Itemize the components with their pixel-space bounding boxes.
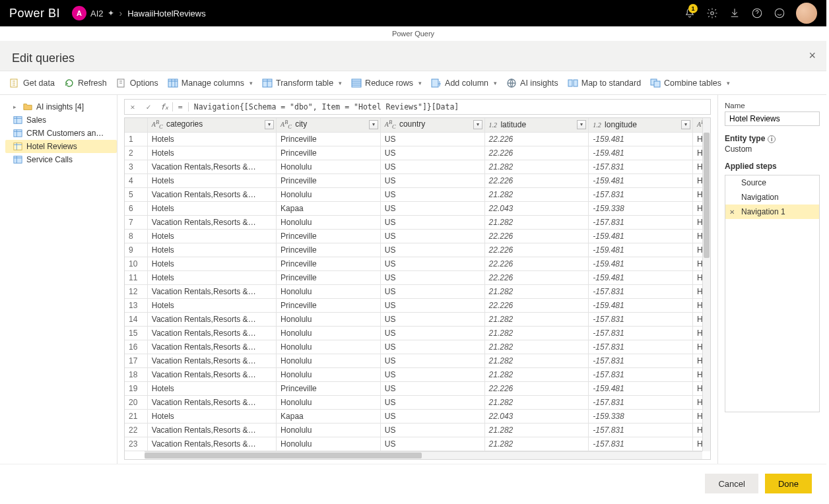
get-data-button[interactable]: Get data [9,78,55,88]
grid-cell[interactable]: Hotels [147,257,276,270]
grid-cell[interactable]: Hotels [147,132,276,146]
grid-cell[interactable]: US [380,381,484,395]
grid-cell[interactable]: 22.226 [484,298,589,312]
grid-cell[interactable]: 22.226 [484,243,589,257]
grid-cell[interactable]: 22.226 [484,146,589,160]
row-number[interactable]: 13 [125,298,147,312]
workspace-badge[interactable]: A [72,6,86,20]
grid-cell[interactable]: Vacation Rentals,Resorts &… [147,284,276,298]
nav-folder-ai-insights[interactable]: AI insights [4] [5,100,117,113]
column-header[interactable]: ABC categories▾ [147,118,276,132]
map-to-standard-button[interactable]: Map to standard [568,78,641,88]
grid-cell[interactable]: Princeville [277,132,381,146]
grid-cell[interactable]: Hotels [147,229,276,243]
grid-cell[interactable]: -157.831 [589,395,693,409]
query-item[interactable]: Sales [5,113,117,127]
grid-cell[interactable]: Hotel 4 [693,423,702,437]
done-button[interactable]: Done [765,474,812,493]
transform-table-button[interactable]: Transform table▾ [262,78,342,88]
applied-step[interactable]: Navigation 1 [725,205,819,219]
grid-cell[interactable]: US [380,187,484,201]
grid-cell[interactable]: Hotels [147,409,276,423]
grid-cell[interactable]: US [380,437,484,451]
grid-cell[interactable]: 21.282 [484,187,589,201]
grid-cell[interactable]: -157.831 [589,367,693,381]
grid-cell[interactable]: Princeville [277,243,381,257]
grid-cell[interactable]: -157.831 [589,340,693,354]
row-number[interactable]: 9 [125,243,147,257]
grid-cell[interactable]: 21.282 [484,312,589,326]
row-number[interactable]: 11 [125,270,147,284]
column-filter-button[interactable]: ▾ [473,120,482,129]
column-header[interactable]: ABC city▾ [277,118,381,132]
horizontal-scroll-thumb[interactable] [145,453,422,458]
row-number[interactable]: 10 [125,257,147,270]
grid-cell[interactable]: US [380,270,484,284]
grid-cell[interactable]: Vacation Rentals,Resorts &… [147,312,276,326]
grid-cell[interactable]: Honolulu [277,312,381,326]
row-number[interactable]: 3 [125,160,147,173]
grid-cell[interactable]: Honolulu [277,340,381,354]
workspace-name[interactable]: AI2 [90,9,104,18]
breadcrumb-dataset[interactable]: HawaiiHotelReviews [127,9,206,18]
feedback-button[interactable] [768,0,791,26]
grid-cell[interactable]: Princeville [277,270,381,284]
grid-cell[interactable]: Hotels [147,270,276,284]
grid-cell[interactable]: US [380,312,484,326]
grid-cell[interactable]: US [380,173,484,187]
grid-cell[interactable]: US [380,298,484,312]
applied-step[interactable]: Navigation [725,190,819,205]
row-number[interactable]: 6 [125,201,147,215]
grid-cell[interactable]: Honolulu [277,423,381,437]
query-item[interactable]: Hotel Reviews [5,140,117,153]
grid-cell[interactable]: -157.831 [589,326,693,340]
grid-cell[interactable]: US [380,409,484,423]
row-number[interactable]: 7 [125,215,147,229]
grid-cell[interactable]: Hotel 4 [693,367,702,381]
grid-cell[interactable]: Kapaa [277,201,381,215]
row-number[interactable]: 21 [125,409,147,423]
grid-cell[interactable]: 21.282 [484,395,589,409]
grid-cell[interactable]: Princeville [277,173,381,187]
row-number[interactable]: 23 [125,437,147,451]
grid-cell[interactable]: US [380,284,484,298]
user-avatar[interactable] [796,3,817,24]
formula-text[interactable]: Navigation{[Schema = "dbo", Item = "Hote… [189,102,710,111]
row-number[interactable]: 16 [125,340,147,354]
grid-cell[interactable]: Vacation Rentals,Resorts &… [147,354,276,367]
grid-cell[interactable]: Honolulu [277,437,381,451]
grid-cell[interactable]: Honolulu [277,215,381,229]
row-number[interactable]: 14 [125,312,147,326]
grid-cell[interactable]: Hotel 4 [693,326,702,340]
grid-cell[interactable]: 21.282 [484,367,589,381]
grid-cell[interactable]: Vacation Rentals,Resorts &… [147,395,276,409]
grid-cell[interactable]: Honolulu [277,367,381,381]
grid-cell[interactable]: US [380,146,484,160]
grid-cell[interactable]: -159.481 [589,132,693,146]
grid-cell[interactable]: Hotel 4 [693,160,702,173]
grid-cell[interactable]: Hotel 2 [693,270,702,284]
grid-cell[interactable]: Hotel 4 [693,215,702,229]
column-filter-button[interactable]: ▾ [369,120,378,129]
grid-cell[interactable]: Princeville [277,381,381,395]
grid-cell[interactable]: 21.282 [484,326,589,340]
grid-cell[interactable]: Vacation Rentals,Resorts &… [147,326,276,340]
grid-cell[interactable]: US [380,340,484,354]
grid-cell[interactable]: -157.831 [589,284,693,298]
grid-cell[interactable]: Hotel 2 [693,173,702,187]
grid-cell[interactable]: Princeville [277,298,381,312]
column-header[interactable]: ABC country▾ [380,118,484,132]
grid-cell[interactable]: US [380,243,484,257]
refresh-button[interactable]: Refresh [64,78,107,88]
grid-cell[interactable]: 22.226 [484,229,589,243]
grid-cell[interactable]: -159.481 [589,381,693,395]
vertical-scrollbar[interactable] [702,118,710,451]
grid-cell[interactable]: Hotel 2 [693,257,702,270]
row-number[interactable]: 15 [125,326,147,340]
grid-cell[interactable]: Hotel 2 [693,146,702,160]
grid-cell[interactable]: Princeville [277,146,381,160]
grid-cell[interactable]: -159.481 [589,243,693,257]
grid-cell[interactable]: 22.226 [484,257,589,270]
grid-cell[interactable]: -157.831 [589,160,693,173]
grid-cell[interactable]: US [380,229,484,243]
